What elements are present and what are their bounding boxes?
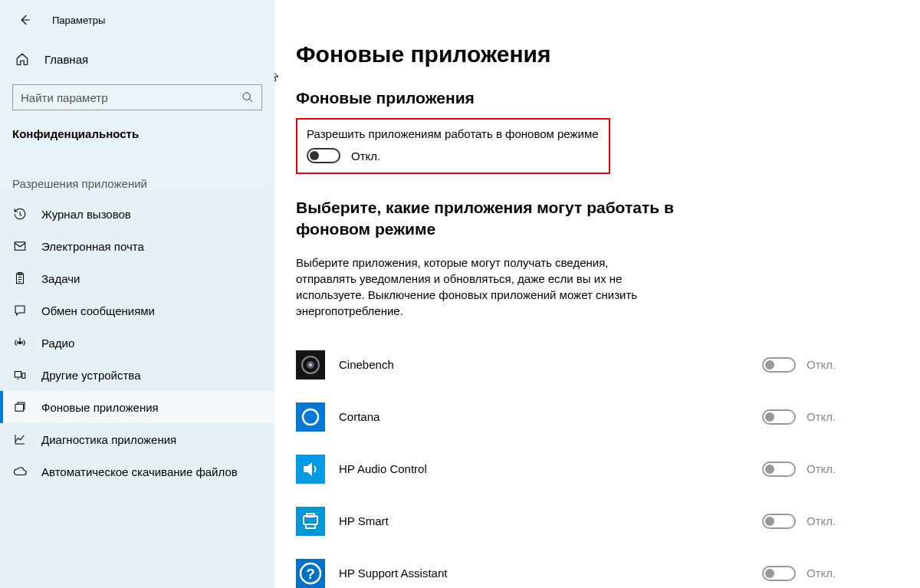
- back-button[interactable]: [15, 11, 34, 29]
- app-name: HP Audio Control: [339, 462, 762, 475]
- section-subtitle: Фоновые приложения: [296, 89, 892, 107]
- svg-text:?: ?: [306, 566, 315, 582]
- app-row-cortana: Cortana Откл.: [296, 391, 892, 443]
- svg-rect-15: [296, 507, 325, 536]
- master-toggle-label: Разрешить приложениям работать в фоновом…: [307, 127, 600, 140]
- settings-sidebar: Параметры Главная Конфиденциальность Раз…: [0, 0, 274, 588]
- choose-apps-heading: Выберите, какие приложения могут работат…: [296, 197, 695, 241]
- nav-label: Диагностика приложения: [41, 433, 176, 446]
- app-row-hp-support: ? HP Support Assistant Откл.: [296, 547, 892, 588]
- nav-label: Фоновые приложения: [41, 401, 159, 414]
- nav-label: Задачи: [41, 272, 80, 285]
- app-icon-cortana: [296, 402, 325, 432]
- app-name: HP Support Assistant: [339, 567, 762, 580]
- sidebar-category[interactable]: Конфиденциальность: [0, 124, 274, 154]
- app-icon-cinebench: [296, 350, 325, 379]
- window-title: Параметры: [52, 15, 105, 26]
- master-toggle-highlight: Разрешить приложениям работать в фоновом…: [296, 118, 610, 174]
- sidebar-item-background-apps[interactable]: Фоновые приложения: [0, 391, 274, 423]
- app-toggle-state: Откл.: [807, 358, 836, 371]
- nav-label: Обмен сообщениями: [41, 304, 155, 317]
- mail-icon: [12, 239, 28, 253]
- app-toggle-state: Откл.: [807, 410, 836, 423]
- svg-rect-5: [15, 372, 21, 378]
- app-icon-hp-smart: [296, 507, 325, 536]
- app-name: HP Smart: [339, 514, 762, 527]
- nav-label: Журнал вызовов: [41, 208, 131, 221]
- sidebar-item-email[interactable]: Электронная почта: [0, 230, 274, 262]
- app-name: Cinebench: [339, 358, 762, 371]
- nav-label: Другие устройства: [41, 369, 140, 382]
- master-toggle-row: Откл.: [307, 148, 600, 163]
- cloud-download-icon: [12, 465, 28, 478]
- sidebar-item-call-history[interactable]: Журнал вызовов: [0, 198, 274, 230]
- sidebar-home[interactable]: Главная: [0, 44, 274, 74]
- sidebar-section-label: Разрешения приложений: [0, 154, 274, 198]
- app-toggle[interactable]: [762, 357, 796, 373]
- message-icon: [12, 304, 28, 317]
- search-box[interactable]: [12, 84, 262, 110]
- svg-point-11: [309, 363, 312, 366]
- nav-label: Электронная почта: [41, 240, 144, 253]
- page-title: Фоновые приложения: [296, 41, 892, 67]
- app-toggle[interactable]: [762, 462, 796, 477]
- app-toggle[interactable]: [762, 514, 796, 529]
- home-icon: [15, 52, 29, 66]
- sidebar-item-radio[interactable]: Радио: [0, 327, 274, 359]
- clipboard-icon: [12, 271, 28, 285]
- home-label: Главная: [44, 53, 88, 66]
- svg-rect-1: [15, 242, 25, 251]
- svg-rect-12: [296, 402, 325, 432]
- svg-point-4: [19, 342, 21, 344]
- arrow-left-icon: [18, 13, 31, 27]
- search-icon: [242, 91, 254, 103]
- radio-icon: [12, 336, 28, 350]
- app-toggle-state: Откл.: [807, 567, 836, 580]
- master-toggle-state: Откл.: [351, 149, 380, 163]
- history-icon: [12, 207, 28, 221]
- app-name: Cortana: [339, 410, 762, 423]
- app-toggle-state: Откл.: [807, 514, 836, 527]
- sidebar-item-tasks[interactable]: Задачи: [0, 262, 274, 294]
- choose-apps-description: Выберите приложения, которые могут получ…: [296, 255, 664, 319]
- search-input[interactable]: [21, 91, 242, 104]
- sidebar-item-auto-downloads[interactable]: Автоматическое скачивание файлов: [0, 455, 274, 488]
- app-toggle[interactable]: [762, 566, 796, 581]
- master-toggle[interactable]: [307, 148, 340, 163]
- app-row-hp-audio: HP Audio Control Откл.: [296, 443, 892, 495]
- svg-rect-7: [15, 404, 24, 411]
- svg-point-0: [243, 93, 250, 100]
- background-apps-icon: [12, 400, 28, 414]
- nav-label: Радио: [41, 337, 74, 350]
- svg-rect-6: [22, 373, 25, 379]
- cursor-icon: [274, 69, 281, 83]
- sidebar-item-messaging[interactable]: Обмен сообщениями: [0, 294, 274, 327]
- sidebar-item-other-devices[interactable]: Другие устройства: [0, 359, 274, 391]
- app-toggle[interactable]: [762, 409, 796, 425]
- nav-label: Автоматическое скачивание файлов: [41, 465, 238, 478]
- app-icon-hp-support: ?: [296, 559, 325, 588]
- main-content: Фоновые приложения Фоновые приложения Ра…: [274, 0, 920, 588]
- sidebar-item-app-diagnostics[interactable]: Диагностика приложения: [0, 423, 274, 455]
- app-toggle-state: Откл.: [807, 462, 836, 475]
- app-row-cinebench: Cinebench Откл.: [296, 339, 892, 391]
- app-row-hp-smart: HP Smart Откл.: [296, 495, 892, 547]
- app-icon-hp-audio: [296, 455, 325, 484]
- chart-icon: [12, 432, 28, 446]
- sidebar-header: Параметры: [0, 8, 274, 44]
- devices-icon: [12, 368, 28, 382]
